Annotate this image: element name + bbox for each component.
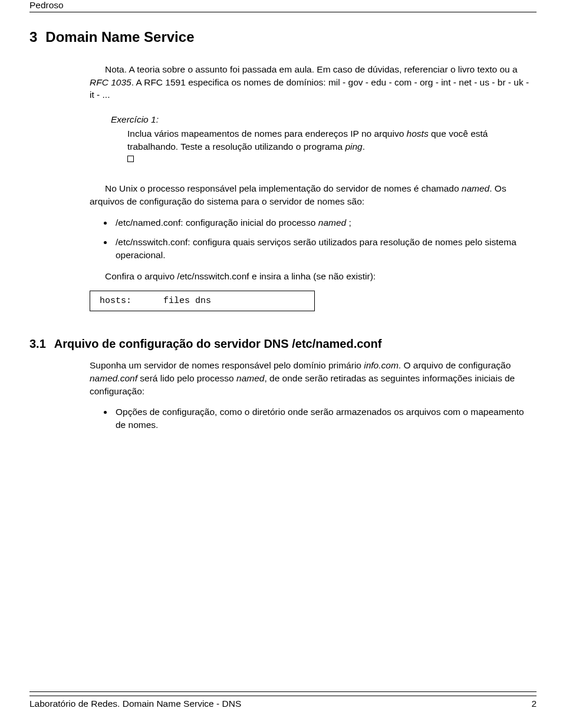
section-title-text: Domain Name Service <box>45 29 194 45</box>
section-3-1-body: Suponha um servidor de nomes responsável… <box>90 359 534 431</box>
footer-left: Laboratório de Redes. Domain Name Servic… <box>29 699 241 709</box>
nsswitch-paragraph: Confira o arquivo /etc/nsswitch.conf e i… <box>90 270 534 283</box>
note-paragraph: Nota. A teoria sobre o assunto foi passa… <box>90 63 534 101</box>
named-conf-paragraph: Suponha um servidor de nomes responsável… <box>90 359 534 397</box>
section-3-heading: 3Domain Name Service <box>29 29 537 45</box>
list-item: /etc/named.conf: configuração inicial do… <box>113 216 534 229</box>
section-number: 3 <box>29 29 37 45</box>
exercise-body: Inclua vários mapeamentos de nomes para … <box>127 127 521 166</box>
footer-page-number: 2 <box>531 699 537 709</box>
options-list: Opções de configuração, como o diretório… <box>113 406 534 431</box>
config-files-list: /etc/named.conf: configuração inicial do… <box>113 216 534 262</box>
subsection-number: 3.1 <box>29 337 46 350</box>
subsection-title-text: Arquivo de configuração do servidor DNS … <box>54 337 382 350</box>
code-block-hosts: hosts: files dns <box>90 291 315 311</box>
unix-named-paragraph: No Unix o processo responsável pela impl… <box>90 182 534 207</box>
checkbox-icon <box>127 156 134 162</box>
section-3-body: Nota. A teoria sobre o assunto foi passa… <box>90 63 534 311</box>
exercise-title: Exercício 1: <box>111 114 521 125</box>
section-3-1-heading: 3.1Arquivo de configuração do servidor D… <box>29 337 537 351</box>
page-header: Pedroso <box>29 0 537 12</box>
list-item: Opções de configuração, como o diretório… <box>113 406 534 431</box>
exercise-1: Exercício 1: Inclua vários mapeamentos d… <box>111 114 521 166</box>
page-footer: Laboratório de Redes. Domain Name Servic… <box>29 696 537 709</box>
header-author: Pedroso <box>29 0 64 10</box>
list-item: /etc/nsswitch.conf: configura quais serv… <box>113 236 534 261</box>
